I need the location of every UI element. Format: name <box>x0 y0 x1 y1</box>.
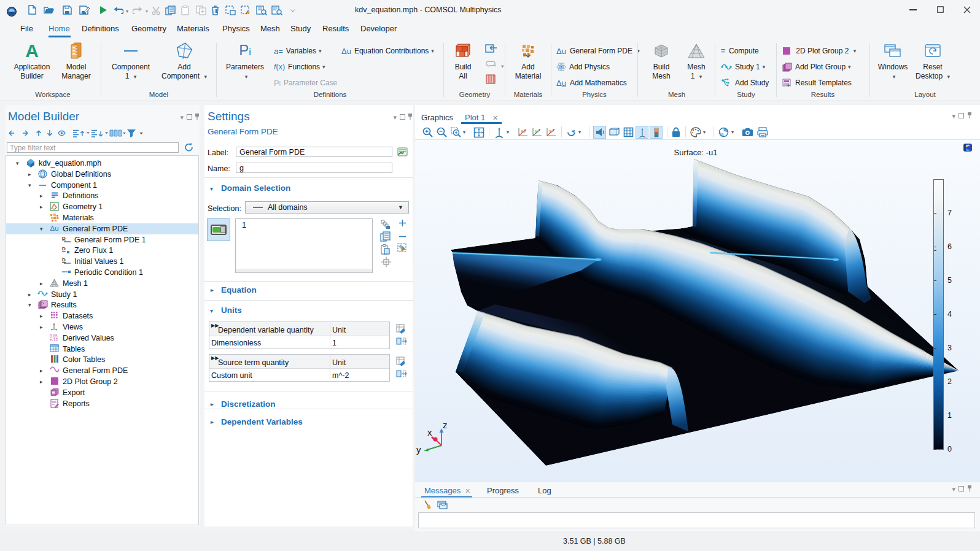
svg-text:D: D <box>62 236 66 241</box>
svg-text:x: x <box>427 427 432 437</box>
svg-text:y: y <box>524 127 526 133</box>
svg-text:x: x <box>521 128 523 134</box>
svg-text:z: z <box>538 127 540 133</box>
svg-text:z: z <box>552 127 554 133</box>
svg-text:D: D <box>62 246 66 252</box>
svg-text:x: x <box>549 128 551 134</box>
svg-text:y: y <box>416 444 421 455</box>
svg-text:y: y <box>535 128 537 134</box>
svg-text:z: z <box>443 420 448 430</box>
svg-text:D: D <box>62 257 66 263</box>
svg-text:e-12: e-12 <box>50 337 58 342</box>
